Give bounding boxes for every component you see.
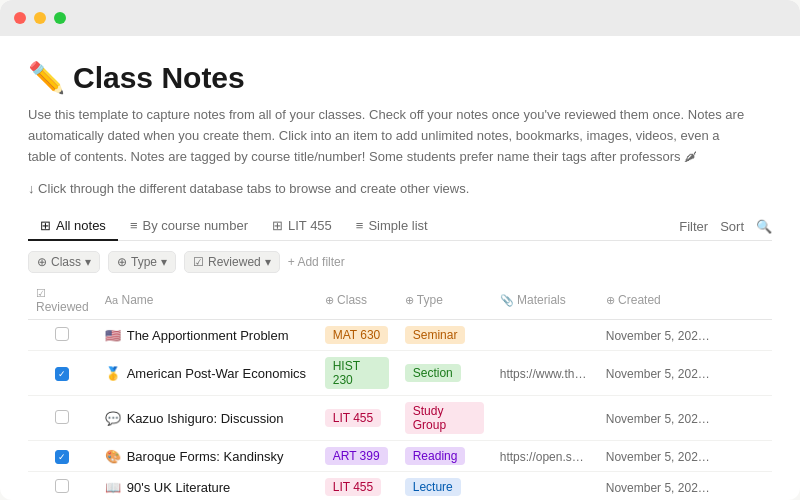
add-filter-label: + Add filter <box>288 255 345 269</box>
table-row[interactable]: 📖 90's UK Literature LIT 455 Lecture Nov… <box>28 472 772 500</box>
cell-name-4: 📖 90's UK Literature <box>97 472 317 500</box>
checkbox-0[interactable] <box>55 327 69 341</box>
tab-all-notes-icon: ⊞ <box>40 218 51 233</box>
tab-simple-list[interactable]: ≡ Simple list <box>344 212 440 241</box>
cell-materials-3: https://open.s… <box>492 441 598 472</box>
created-date-1: November 5, 202… <box>606 367 710 381</box>
cell-created-0: November 5, 202… <box>598 320 772 351</box>
class-badge-0: MAT 630 <box>325 326 389 344</box>
reviewed-filter-label: Reviewed <box>208 255 261 269</box>
tab-lit455[interactable]: ⊞ LIT 455 <box>260 212 344 241</box>
cell-name-3: 🎨 Baroque Forms: Kandinsky <box>97 441 317 472</box>
tab-lit455-label: LIT 455 <box>288 218 332 233</box>
table-row[interactable]: 💬 Kazuo Ishiguro: Discussion LIT 455 Stu… <box>28 396 772 441</box>
col-materials: 📎 Materials <box>492 281 598 320</box>
row-title-3: Baroque Forms: Kandinsky <box>127 449 284 464</box>
created-date-4: November 5, 202… <box>606 481 710 495</box>
col-class: ⊕ Class <box>317 281 397 320</box>
checkbox-4[interactable] <box>55 479 69 493</box>
class-badge-4: LIT 455 <box>325 478 381 496</box>
close-dot[interactable] <box>14 12 26 24</box>
reviewed-filter-icon: ☑ <box>193 255 204 269</box>
class-badge-3: ART 399 <box>325 447 388 465</box>
title-text: Class Notes <box>73 61 245 95</box>
page-hint: ↓ Click through the different database t… <box>28 181 772 196</box>
tab-by-course-icon: ≡ <box>130 218 138 233</box>
type-badge-4: Lecture <box>405 478 461 496</box>
cell-materials-2 <box>492 396 598 441</box>
filter-bar: ⊕ Class ▾ ⊕ Type ▾ ☑ Reviewed ▾ + Add fi… <box>28 251 772 273</box>
tab-actions: Filter Sort 🔍 <box>679 219 772 234</box>
sort-button[interactable]: Sort <box>720 219 744 234</box>
tab-bar: ⊞ All notes ≡ By course number ⊞ LIT 455… <box>28 212 772 241</box>
cell-reviewed-1 <box>28 351 97 396</box>
row-emoji-2: 💬 <box>105 411 121 426</box>
maximize-dot[interactable] <box>54 12 66 24</box>
cell-reviewed-0 <box>28 320 97 351</box>
class-filter[interactable]: ⊕ Class ▾ <box>28 251 100 273</box>
row-emoji-3: 🎨 <box>105 449 121 464</box>
reviewed-filter[interactable]: ☑ Reviewed ▾ <box>184 251 280 273</box>
class-badge-2: LIT 455 <box>325 409 381 427</box>
cell-type-4: Lecture <box>397 472 492 500</box>
cell-materials-1: https://www.th… <box>492 351 598 396</box>
class-filter-icon: ⊕ <box>37 255 47 269</box>
notes-table: ☑ Reviewed Aa Name ⊕ Class ⊕ Type 📎 Mate… <box>28 281 772 500</box>
cell-class-1: HIST 230 <box>317 351 397 396</box>
tab-by-course[interactable]: ≡ By course number <box>118 212 260 241</box>
type-badge-1: Section <box>405 364 461 382</box>
class-badge-1: HIST 230 <box>325 357 389 389</box>
checkbox-1[interactable] <box>55 367 69 381</box>
title-emoji: ✏️ <box>28 60 65 95</box>
cell-type-3: Reading <box>397 441 492 472</box>
class-filter-label: Class <box>51 255 81 269</box>
cell-created-1: November 5, 202… <box>598 351 772 396</box>
tab-simple-list-label: Simple list <box>368 218 427 233</box>
cell-type-2: Study Group <box>397 396 492 441</box>
checkbox-3[interactable] <box>55 450 69 464</box>
created-date-0: November 5, 202… <box>606 329 710 343</box>
table-row[interactable]: 🇺🇸 The Apportionment Problem MAT 630 Sem… <box>28 320 772 351</box>
materials-link-1[interactable]: https://www.th… <box>500 367 587 381</box>
table-row[interactable]: 🥇 American Post-War Economics HIST 230 S… <box>28 351 772 396</box>
tab-simple-list-icon: ≡ <box>356 218 364 233</box>
type-filter[interactable]: ⊕ Type ▾ <box>108 251 176 273</box>
minimize-dot[interactable] <box>34 12 46 24</box>
row-emoji-0: 🇺🇸 <box>105 328 121 343</box>
cell-class-3: ART 399 <box>317 441 397 472</box>
type-filter-label: Type <box>131 255 157 269</box>
row-emoji-1: 🥇 <box>105 366 121 381</box>
row-title-2: Kazuo Ishiguro: Discussion <box>127 411 284 426</box>
cell-name-0: 🇺🇸 The Apportionment Problem <box>97 320 317 351</box>
cell-class-4: LIT 455 <box>317 472 397 500</box>
checkbox-2[interactable] <box>55 410 69 424</box>
tab-all-notes[interactable]: ⊞ All notes <box>28 212 118 241</box>
type-filter-chevron: ▾ <box>161 255 167 269</box>
col-type: ⊕ Type <box>397 281 492 320</box>
filter-button[interactable]: Filter <box>679 219 708 234</box>
col-reviewed: ☑ Reviewed <box>28 281 97 320</box>
main-content: ✏️ Class Notes Use this template to capt… <box>0 36 800 500</box>
cell-type-1: Section <box>397 351 492 396</box>
add-filter-button[interactable]: + Add filter <box>288 255 345 269</box>
cell-created-4: November 5, 202… <box>598 472 772 500</box>
cell-type-0: Seminar <box>397 320 492 351</box>
cell-materials-4 <box>492 472 598 500</box>
col-created: ⊕ Created <box>598 281 772 320</box>
row-title-4: 90's UK Literature <box>127 480 231 495</box>
reviewed-filter-chevron: ▾ <box>265 255 271 269</box>
page-title: ✏️ Class Notes <box>28 60 772 95</box>
row-title-0: The Apportionment Problem <box>127 328 289 343</box>
cell-reviewed-3 <box>28 441 97 472</box>
cell-created-2: November 5, 202… <box>598 396 772 441</box>
class-filter-chevron: ▾ <box>85 255 91 269</box>
cell-name-2: 💬 Kazuo Ishiguro: Discussion <box>97 396 317 441</box>
type-badge-3: Reading <box>405 447 466 465</box>
tab-by-course-label: By course number <box>142 218 248 233</box>
table-row[interactable]: 🎨 Baroque Forms: Kandinsky ART 399 Readi… <box>28 441 772 472</box>
cell-created-3: November 5, 202… <box>598 441 772 472</box>
row-emoji-4: 📖 <box>105 480 121 495</box>
materials-link-3[interactable]: https://open.s… <box>500 450 584 464</box>
search-icon[interactable]: 🔍 <box>756 219 772 234</box>
type-filter-icon: ⊕ <box>117 255 127 269</box>
